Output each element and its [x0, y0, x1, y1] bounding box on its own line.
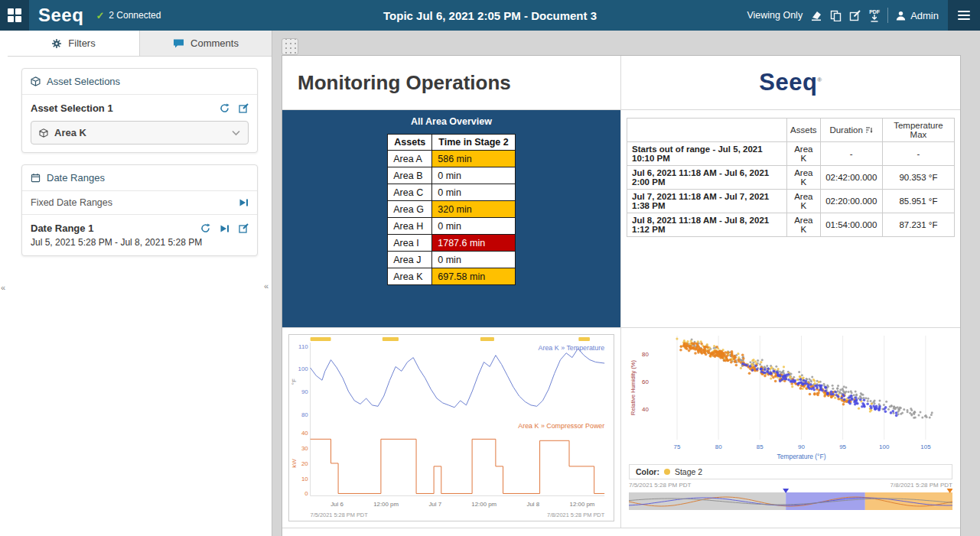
date-ranges-card: Date Ranges Fixed Date Ranges Date Range…: [21, 164, 258, 256]
step-to-end-icon[interactable]: [220, 224, 230, 233]
calendar-icon: [31, 173, 41, 183]
overview-row: Area J0 min: [388, 252, 515, 268]
svg-text:20: 20: [301, 460, 308, 467]
svg-text:10: 10: [301, 476, 308, 482]
topic-sidebar: Filters Comments Asset Selections Asset …: [8, 31, 272, 536]
date-range-1-value: Jul 5, 2021 5:28 PM - Jul 8, 2021 5:28 P…: [31, 237, 249, 248]
trend-chart: 1101009080403020100°FkWJul 612:00 pmJul …: [289, 335, 614, 521]
topbar-divider: [887, 8, 888, 23]
user-icon: [896, 11, 906, 21]
tab-filters[interactable]: Filters: [8, 31, 140, 56]
edit-icon[interactable]: [239, 223, 249, 233]
svg-text:95: 95: [839, 443, 846, 450]
scatter-chart: 7580859095100105806040Temperature (°F)Re…: [629, 334, 952, 461]
all-area-overview-panel: All Area Overview Assets Time in Stage 2…: [282, 110, 620, 327]
svg-text:Jul 7: Jul 7: [428, 501, 441, 508]
svg-text:12:00 pm: 12:00 pm: [570, 501, 595, 508]
asset-selections-header: Asset Selections: [22, 69, 257, 95]
tab-filters-label: Filters: [68, 37, 95, 49]
tab-comments-label: Comments: [190, 37, 239, 49]
svg-text:12:00 pm: 12:00 pm: [373, 501, 399, 508]
svg-text:Area K » Temperature: Area K » Temperature: [539, 344, 605, 352]
capsule-col-duration[interactable]: Duration: [820, 119, 882, 142]
user-menu[interactable]: Admin: [896, 10, 939, 21]
svg-text:40: 40: [301, 430, 308, 437]
left-edge-strip: «: [0, 31, 8, 536]
check-icon: ✓: [96, 10, 104, 21]
edit-document-icon[interactable]: [849, 10, 861, 21]
svg-text:80: 80: [715, 443, 722, 450]
svg-text:80: 80: [642, 351, 649, 358]
capsule-row: Jul 8, 2021 11:18 AM - Jul 8, 2021 1:12 …: [627, 213, 955, 237]
app-launcher-button[interactable]: [0, 0, 29, 31]
asset-cube-icon: [31, 76, 41, 86]
capsule-col-temperature-max: Temperature Max: [882, 119, 954, 142]
svg-text:100: 100: [879, 443, 890, 450]
collapse-left-chevron-icon[interactable]: «: [1, 283, 5, 292]
timeline-strip[interactable]: [629, 489, 952, 512]
fixed-date-ranges-row: Fixed Date Ranges: [22, 191, 257, 215]
gear-icon: [51, 38, 62, 49]
date-ranges-title: Date Ranges: [47, 172, 105, 184]
svg-text:kW: kW: [291, 459, 298, 468]
capsule-table: Assets Duration Temperature Max Starts o…: [627, 118, 955, 237]
svg-text:40: 40: [642, 406, 649, 413]
step-to-end-icon[interactable]: [239, 198, 249, 207]
asset-selections-card: Asset Selections Asset Selection 1 Area …: [21, 68, 258, 153]
timeline-end-label: 7/8/2021 5:28 PM PDT: [890, 482, 952, 489]
svg-text:90: 90: [798, 443, 805, 450]
report-title: Monitoring Operations: [282, 71, 511, 95]
user-label: Admin: [910, 10, 939, 21]
top-bar: Seeq ✓ 2 Connected Topic Jul 6, 2021 2:0…: [0, 0, 980, 31]
svg-text:105: 105: [920, 443, 931, 450]
collapse-sidebar-chevron-icon[interactable]: «: [264, 281, 269, 291]
seeq-logo[interactable]: Seeq: [38, 5, 83, 26]
overview-row: Area B0 min: [388, 167, 515, 184]
svg-text:12:00 pm: 12:00 pm: [471, 501, 497, 508]
timeline-start-label: 7/5/2021 5:28 PM PDT: [629, 482, 691, 489]
refresh-icon[interactable]: [220, 103, 230, 113]
svg-text:110: 110: [298, 343, 308, 350]
drag-handle[interactable]: [282, 38, 298, 55]
cube-icon: [39, 128, 48, 138]
svg-text:Temperature (°F): Temperature (°F): [777, 453, 825, 460]
present-mode-icon[interactable]: [810, 10, 822, 21]
svg-text:Jul 6: Jul 6: [330, 501, 343, 508]
overview-header: All Area Overview: [282, 116, 620, 127]
refresh-icon[interactable]: [200, 223, 210, 233]
overview-table: Assets Time in Stage 2 Area A586 minArea…: [387, 134, 515, 285]
stage2-color-dot: [664, 469, 670, 475]
asset-selection-dropdown[interactable]: Area K: [31, 121, 249, 145]
date-ranges-header: Date Ranges: [22, 165, 257, 191]
pdf-export-icon[interactable]: PDF: [869, 9, 880, 22]
svg-text:85: 85: [757, 443, 763, 450]
date-range-1-label: Date Range 1: [31, 223, 93, 234]
svg-text:0: 0: [304, 490, 308, 497]
svg-text:80: 80: [301, 411, 308, 418]
stage2-legend-label: Stage 2: [675, 467, 702, 476]
edit-icon[interactable]: [239, 103, 249, 113]
duplicate-icon[interactable]: [830, 10, 842, 21]
svg-text:75: 75: [674, 443, 681, 450]
hamburger-menu-button[interactable]: [948, 0, 980, 31]
overview-row: Area H0 min: [388, 218, 515, 235]
timeline-range-labels: 7/5/2021 5:28 PM PDT 7/8/2021 5:28 PM PD…: [629, 482, 952, 489]
sort-icon: [865, 126, 873, 134]
asset-selection-1-label: Asset Selection 1: [31, 102, 113, 114]
asset-selections-title: Asset Selections: [47, 76, 120, 87]
svg-text:30: 30: [301, 445, 308, 452]
seeq-document-logo: Seeq®: [759, 69, 822, 96]
capsule-col-blank: [627, 119, 787, 142]
overview-col-assets: Assets: [388, 135, 432, 151]
sidebar-tabs: Filters Comments: [8, 31, 272, 57]
svg-text:90: 90: [301, 388, 308, 395]
overview-row: Area A586 min: [388, 151, 515, 167]
connection-status[interactable]: ✓ 2 Connected: [96, 10, 161, 21]
document-canvas: Monitoring Operations Seeq® All Area Ove…: [272, 31, 980, 536]
connection-label: 2 Connected: [109, 10, 161, 21]
color-legend-label: Color:: [636, 467, 659, 476]
tab-comments[interactable]: Comments: [140, 31, 272, 56]
pdf-label: PDF: [869, 9, 880, 15]
svg-text:60: 60: [642, 378, 649, 385]
svg-text:°F: °F: [291, 378, 298, 385]
